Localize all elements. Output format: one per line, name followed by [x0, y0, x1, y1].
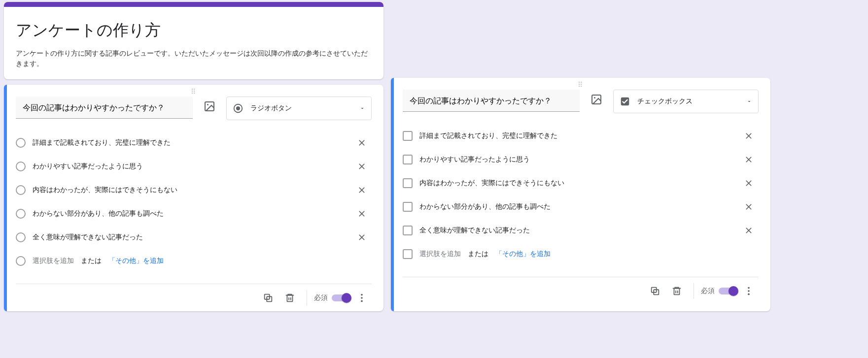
option-row — [403, 124, 759, 148]
radio-marker-icon — [16, 138, 26, 148]
add-option-placeholder[interactable]: 選択肢を追加 — [33, 257, 74, 265]
remove-option-button[interactable] — [739, 126, 759, 146]
option-input[interactable] — [419, 154, 732, 165]
divider — [307, 290, 307, 306]
close-icon — [357, 232, 367, 242]
svg-point-3 — [236, 106, 240, 110]
option-input[interactable] — [33, 137, 345, 149]
close-icon — [744, 202, 754, 212]
options-list: 選択肢を追加 または 「その他」を追加 — [16, 131, 372, 273]
delete-button[interactable] — [667, 281, 687, 301]
close-icon — [744, 155, 754, 164]
svg-point-9 — [361, 300, 363, 302]
option-input[interactable] — [33, 184, 345, 196]
option-input[interactable] — [33, 208, 345, 220]
option-input[interactable] — [33, 161, 345, 172]
copy-icon — [263, 293, 274, 303]
checkbox-marker-icon — [403, 131, 413, 141]
question-footer: 必須 — [403, 277, 759, 305]
question-card-radio: ⠿ ラジオボタン — [4, 85, 383, 311]
remove-option-button[interactable] — [739, 197, 759, 217]
svg-point-18 — [748, 293, 750, 295]
copy-icon — [650, 286, 660, 296]
question-type-select[interactable]: ラジオボタン — [226, 97, 372, 120]
form-description[interactable]: アンケートの作り方に関する記事のレビューです。いただいたメッセージは次回以降の作… — [16, 48, 372, 69]
svg-point-17 — [748, 290, 750, 292]
form-title[interactable]: アンケートの作り方 — [16, 20, 372, 41]
required-toggle[interactable] — [719, 288, 737, 294]
remove-option-button[interactable] — [352, 204, 372, 224]
required-toggle[interactable] — [332, 294, 350, 301]
svg-point-8 — [361, 297, 363, 299]
add-image-button[interactable] — [200, 97, 219, 116]
add-other-link[interactable]: 「その他」を追加 — [495, 250, 551, 259]
svg-point-16 — [748, 287, 750, 289]
duplicate-button[interactable] — [645, 281, 665, 301]
checkbox-marker-icon — [403, 178, 413, 188]
option-input[interactable] — [419, 130, 732, 142]
question-title-input[interactable] — [16, 97, 193, 119]
remove-option-button[interactable] — [352, 180, 372, 200]
option-input[interactable] — [419, 225, 732, 236]
checkbox-marker-icon — [403, 155, 413, 164]
more-vert-icon — [356, 293, 367, 303]
drag-handle-icon[interactable]: ⠿ — [578, 81, 584, 89]
svg-rect-15 — [674, 289, 680, 295]
chevron-down-icon — [359, 105, 365, 111]
remove-option-button[interactable] — [739, 150, 759, 169]
close-icon — [357, 162, 367, 171]
duplicate-button[interactable] — [258, 288, 278, 308]
add-option-or: または — [81, 257, 102, 265]
add-option-placeholder[interactable]: 選択肢を追加 — [419, 250, 461, 259]
option-row — [16, 131, 372, 155]
option-row — [403, 148, 759, 171]
selected-indicator — [4, 85, 7, 311]
remove-option-button[interactable] — [739, 173, 759, 193]
svg-point-1 — [207, 104, 208, 105]
remove-option-button[interactable] — [352, 228, 372, 247]
close-icon — [357, 138, 367, 148]
option-row — [403, 171, 759, 195]
question-card-checkbox: ⠿ チェックボックス — [391, 78, 770, 311]
form-header-card: アンケートの作り方 アンケートの作り方に関する記事のレビューです。いただいたメッ… — [4, 2, 383, 79]
option-input[interactable] — [419, 177, 732, 189]
option-row — [16, 178, 372, 202]
radio-marker-icon — [16, 256, 26, 266]
remove-option-button[interactable] — [352, 133, 372, 153]
option-input[interactable] — [33, 231, 345, 243]
question-title-input[interactable] — [403, 90, 580, 112]
toggle-knob — [729, 286, 738, 296]
delete-button[interactable] — [280, 288, 300, 308]
more-options-button[interactable] — [739, 281, 759, 301]
selected-indicator — [391, 78, 394, 311]
close-icon — [744, 226, 754, 235]
chevron-down-icon — [746, 98, 752, 104]
option-row — [403, 195, 759, 219]
question-footer: 必須 — [16, 284, 372, 312]
option-input[interactable] — [419, 201, 732, 213]
svg-point-7 — [361, 294, 363, 296]
question-type-label: ラジオボタン — [250, 104, 352, 113]
option-row — [16, 226, 372, 249]
close-icon — [357, 209, 367, 219]
radio-marker-icon — [16, 209, 26, 219]
trash-icon — [284, 293, 295, 303]
required-label: 必須 — [314, 293, 328, 302]
required-label: 必須 — [701, 287, 715, 295]
radio-marker-icon — [16, 185, 26, 195]
more-vert-icon — [743, 286, 754, 296]
drag-handle-icon[interactable]: ⠿ — [191, 88, 197, 96]
remove-option-button[interactable] — [352, 157, 372, 176]
radio-marker-icon — [16, 232, 26, 242]
svg-rect-6 — [287, 295, 293, 302]
remove-option-button[interactable] — [739, 221, 759, 240]
question-type-select[interactable]: チェックボックス — [613, 90, 759, 113]
close-icon — [744, 178, 754, 188]
more-options-button[interactable] — [352, 288, 372, 308]
checkbox-marker-icon — [403, 249, 413, 259]
add-image-button[interactable] — [587, 90, 606, 109]
add-other-link[interactable]: 「その他」を追加 — [108, 257, 164, 265]
option-row — [16, 202, 372, 226]
image-icon — [590, 94, 602, 105]
checkbox-marker-icon — [403, 202, 413, 212]
